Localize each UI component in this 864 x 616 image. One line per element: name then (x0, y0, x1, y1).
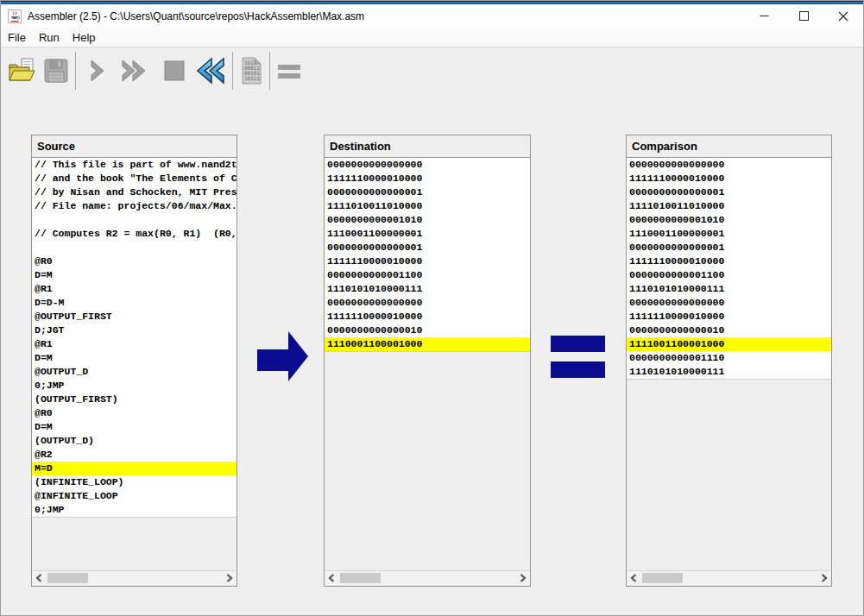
minimize-button[interactable] (744, 4, 784, 28)
double-chevron-left-blue-icon (194, 57, 227, 85)
destination-code-line: 1111110000010000 (325, 255, 530, 268)
equality-graphic-bottom-bar (551, 361, 605, 378)
source-code-line: (INFINITE_LOOP) (32, 475, 236, 489)
comparison-code-line: 1110001100000001 (627, 227, 831, 241)
assembler-window: Assembler (2.5) - C:\Users\Quant\source\… (0, 0, 864, 616)
open-file-button[interactable] (8, 52, 37, 90)
open-folder-icon (8, 57, 37, 85)
destination-panel: Destination 0000000000000000111111000001… (324, 135, 531, 587)
source-panel-title: Source (32, 135, 236, 158)
comparison-code-line: 0000000000001110 (627, 351, 831, 365)
source-code-line: D=M (32, 420, 236, 434)
stop-button[interactable] (162, 52, 186, 90)
comparison-horizontal-scrollbar[interactable] (627, 570, 831, 585)
save-file-button[interactable] (42, 52, 70, 90)
comparison-panel: Comparison 00000000000000001111110000010… (626, 135, 832, 587)
close-icon (838, 11, 848, 22)
single-step-button[interactable] (85, 52, 110, 90)
scrollbar-thumb[interactable] (642, 573, 683, 583)
source-code-line: @R2 (32, 448, 236, 462)
source-code-line: M=D (32, 462, 236, 475)
source-code-line (32, 241, 236, 255)
comparison-code-line: 1110101010000111 (627, 282, 831, 296)
menu-bar: File Run Help (1, 28, 863, 47)
source-code-line: 0;JMP (32, 379, 236, 393)
destination-code-line: 1110001100001000 (325, 337, 530, 351)
source-code-line: D=D-M (32, 296, 236, 310)
source-code-line: @R1 (32, 282, 236, 296)
chevron-right-icon (85, 58, 110, 84)
toolbar-separator (269, 52, 270, 90)
source-code-line: D;JGT (32, 324, 236, 337)
comparison-code-line: 0000000000001010 (627, 213, 831, 227)
destination-code-line: 1111110000010000 (325, 310, 530, 324)
scroll-right-icon[interactable] (518, 572, 528, 584)
destination-code-line: 1110101010000111 (325, 282, 530, 296)
source-code-line: @OUTPUT_FIRST (32, 310, 236, 324)
comparison-panel-title: Comparison (627, 135, 831, 158)
destination-code-line: 0000000000001100 (325, 268, 530, 282)
rewind-button[interactable] (194, 52, 227, 90)
destination-code-line: 0000000000000001 (325, 185, 530, 199)
scroll-left-icon[interactable] (628, 572, 639, 584)
destination-code-line: 1111010011010000 (325, 199, 530, 213)
destination-code-line: 0000000000000000 (325, 296, 530, 310)
comparison-code-line: 1111110000010000 (627, 255, 831, 268)
source-horizontal-scrollbar[interactable] (32, 570, 236, 585)
window-controls (744, 4, 863, 28)
toolbar-separator (75, 52, 76, 90)
source-code-line: (OUTPUT_D) (32, 434, 236, 448)
comparison-code-line: 0000000000000010 (627, 324, 831, 337)
fast-forward-button[interactable] (117, 52, 152, 90)
toolbar-separator (232, 52, 233, 90)
source-code-line: // File name: projects/06/max/Max. (32, 199, 236, 213)
source-code-line: // Computes R2 = max(R0, R1) (R0, (32, 227, 236, 241)
compare-button[interactable] (275, 52, 303, 90)
source-code-line: // This file is part of www.nand2t (32, 158, 236, 172)
destination-code-line: 0000000000000000 (325, 158, 530, 172)
comparison-code-line: 0000000000001100 (627, 268, 831, 282)
source-panel: Source // This file is part of www.nand2… (31, 135, 237, 587)
scroll-left-icon[interactable] (34, 572, 44, 584)
source-code-line: @OUTPUT_D (32, 365, 236, 379)
source-code-line: 0;JMP (32, 503, 236, 517)
comparison-code-line: 1111110000010000 (627, 172, 831, 185)
comparison-code-line: 1111001100001000 (627, 337, 831, 351)
menu-run[interactable]: Run (33, 29, 66, 46)
java-coffee-cup-icon (8, 9, 22, 23)
destination-horizontal-scrollbar[interactable] (325, 570, 530, 585)
close-button[interactable] (823, 4, 863, 28)
scroll-right-icon[interactable] (819, 572, 829, 584)
double-chevron-right-icon (117, 58, 152, 84)
source-code-list: // This file is part of www.nand2t// and… (32, 158, 236, 517)
destination-code-line: 0000000000001010 (325, 213, 530, 227)
minimize-icon (760, 11, 769, 21)
equality-graphic-top-bar (551, 336, 605, 352)
binary-document-icon: 1011000110010110111 (238, 56, 264, 85)
maximize-button[interactable] (784, 4, 823, 28)
comparison-code-list: 0000000000000000111111000001000000000000… (627, 158, 831, 379)
scroll-right-icon[interactable] (224, 572, 235, 584)
source-code-line: // and the book "The Elements of C (32, 172, 236, 185)
source-code-line: D=M (32, 268, 236, 282)
translate-arrow-graphic (257, 349, 289, 371)
svg-text:10111: 10111 (244, 75, 260, 81)
scrollbar-thumb[interactable] (47, 573, 88, 583)
scrollbar-thumb[interactable] (340, 573, 381, 583)
menu-file[interactable]: File (2, 29, 32, 46)
comparison-code-line: 0000000000000000 (627, 296, 831, 310)
destination-panel-title: Destination (325, 135, 530, 158)
full-translation-button[interactable]: 1011000110010110111 (238, 52, 264, 90)
scroll-left-icon[interactable] (326, 572, 337, 584)
menu-help[interactable]: Help (66, 29, 102, 46)
translate-arrow-head (288, 331, 308, 381)
source-code-line: @R0 (32, 406, 236, 420)
source-code-line (32, 213, 236, 227)
comparison-code-line: 1111010011010000 (627, 199, 831, 213)
window-title: Assembler (2.5) - C:\Users\Quant\source\… (28, 10, 364, 22)
stop-square-icon (162, 59, 186, 83)
toolbar: 1011000110010110111 (1, 47, 863, 94)
source-code-line: D=M (32, 351, 236, 365)
maximize-icon (799, 11, 809, 21)
title-bar[interactable]: Assembler (2.5) - C:\Users\Quant\source\… (1, 4, 863, 28)
